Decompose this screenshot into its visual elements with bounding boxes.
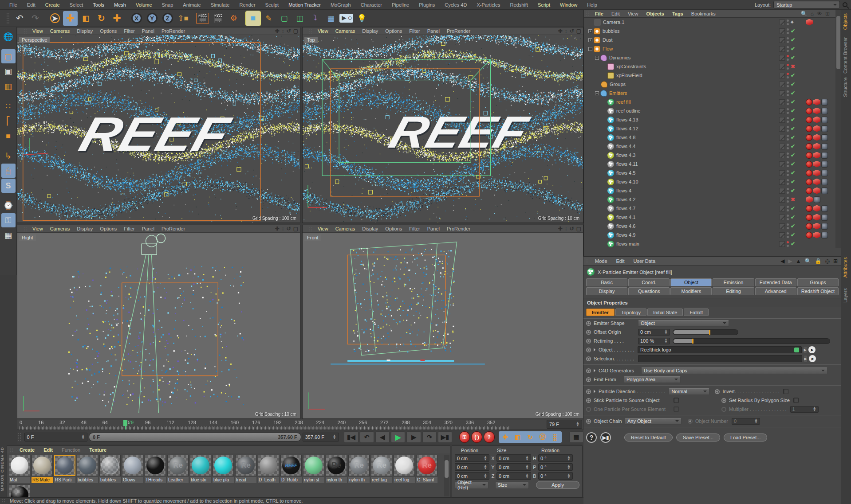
object-row-flows-4-11[interactable]: flows 4.11✔ [584, 160, 841, 168]
object-name[interactable]: Dynamics [609, 55, 630, 60]
render-dot[interactable] [787, 183, 789, 185]
layer-icon[interactable] [779, 64, 785, 70]
set-radius-checkbox[interactable] [793, 398, 799, 403]
maximize-icon[interactable]: ▢ [576, 226, 581, 232]
stepper-icon[interactable]: ▲▼ [813, 406, 816, 412]
stepper-icon[interactable]: ▲▼ [484, 473, 487, 479]
viewport-canvas[interactable] [303, 233, 583, 418]
editor-dot[interactable] [787, 241, 789, 243]
menu-pipeline[interactable]: Pipeline [387, 2, 414, 8]
object-row-reef-fill[interactable]: reef fill✔ [584, 98, 841, 106]
viewport-menu-filter[interactable]: Filter [120, 226, 138, 231]
editor-dot[interactable] [787, 55, 789, 57]
key-scale-toggle[interactable]: ◧ [512, 432, 524, 442]
goto-start-button[interactable]: ▮◀ [344, 431, 358, 443]
editor-dot[interactable] [787, 170, 789, 172]
material-name[interactable]: Leather [167, 477, 189, 483]
lock-workplane-button[interactable]: ⚿ [1, 213, 16, 227]
object-number-field[interactable]: 0▲▼ [732, 418, 760, 425]
subdivision-surface-button[interactable]: ▢ [277, 11, 292, 26]
om-menu-bookmarks[interactable]: Bookmarks [687, 11, 720, 16]
tab-editing[interactable]: Editing [713, 287, 754, 295]
viewport-menu-prorender[interactable]: ProRender [443, 28, 474, 34]
xp-emitter-tag[interactable] [806, 143, 812, 150]
object-row-flows-4-5[interactable]: flows 4.5✔ [584, 168, 841, 177]
visibility-dots[interactable] [787, 215, 789, 220]
redshift-tag[interactable] [813, 117, 820, 123]
layer-icon[interactable] [779, 179, 785, 185]
material-thumbnail[interactable]: Re [235, 455, 256, 476]
animation-dot[interactable] [715, 389, 720, 394]
editor-dot[interactable] [787, 64, 789, 66]
home-icon[interactable]: ⌂ [811, 11, 814, 17]
editor-dot[interactable] [787, 28, 789, 31]
key-position-toggle[interactable]: ✚ [500, 432, 511, 442]
layer-icon[interactable] [779, 232, 785, 238]
disabled-icon[interactable]: ✖ [791, 63, 796, 70]
texture-tag[interactable] [821, 205, 828, 212]
visibility-dots[interactable] [787, 135, 789, 141]
object-row-xpConstraints[interactable]: xpConstraints✖ [584, 62, 841, 71]
save-preset-button[interactable]: Save Preset... [676, 434, 720, 441]
enabled-icon[interactable]: ✔ [791, 170, 796, 176]
rotation-p-field[interactable]: 0 °▲▼ [538, 463, 573, 471]
texture-tag[interactable] [821, 99, 828, 105]
object-name[interactable]: flows 4.1 [616, 215, 635, 220]
retiming-field[interactable]: 100 %▲▼ [638, 338, 670, 344]
position-z-field[interactable]: 0 cm▲▼ [455, 472, 489, 480]
object-row-flows-4-13[interactable]: flows 4.13✔ [584, 115, 841, 124]
xp-emitter-tag[interactable] [806, 232, 812, 238]
material-name[interactable]: D_Leath [258, 477, 279, 483]
texture-tag[interactable] [821, 179, 828, 185]
menu-plugins[interactable]: Plugins [414, 2, 440, 8]
animation-dot[interactable] [721, 398, 726, 403]
layer-icon[interactable] [779, 241, 785, 247]
x-axis-lock[interactable]: X [129, 11, 144, 26]
viewport-menu-view[interactable]: View [314, 226, 332, 231]
snap-button[interactable]: ⌚ [1, 198, 16, 212]
editor-dot[interactable] [787, 197, 789, 199]
zoom-icon[interactable]: ↕ [282, 28, 284, 34]
viewport-menu-panel[interactable]: Panel [424, 226, 443, 231]
layer-icon[interactable] [779, 161, 785, 167]
enabled-icon[interactable]: ✔ [791, 108, 796, 114]
object-name[interactable]: flows 4.7 [616, 206, 635, 211]
render-dot[interactable] [787, 147, 789, 149]
material-name[interactable]: tread [235, 477, 256, 483]
visibility-dots[interactable] [787, 99, 789, 105]
workplane-mode-button[interactable]: ▥ [1, 79, 16, 94]
y-axis-lock[interactable]: Y [145, 11, 159, 26]
om-menu-view[interactable]: View [624, 11, 642, 16]
redshift-tag[interactable] [813, 205, 820, 212]
material-scrollbar[interactable] [444, 455, 449, 496]
zoom-icon[interactable]: ↕ [565, 28, 567, 34]
object-name[interactable]: reef fill [616, 99, 630, 105]
eye-icon[interactable]: 👁 [817, 11, 822, 17]
material-10[interactable]: Retread [235, 455, 256, 483]
tab-modifiers[interactable]: Modifiers [670, 287, 712, 295]
previous-key-button[interactable]: ↶ [360, 431, 374, 443]
stepper-icon[interactable]: ▲▼ [484, 456, 487, 461]
history-back-icon[interactable]: ◀ [780, 258, 784, 264]
layer-icon[interactable] [779, 90, 785, 96]
object-row-bubbles[interactable]: +bubbles✔ [584, 27, 841, 35]
editor-dot[interactable] [787, 188, 789, 190]
coordinate-system-toggle[interactable]: ⇧■ [176, 11, 190, 26]
maximize-icon[interactable]: ▢ [576, 28, 581, 34]
collapse-icon[interactable]: − [595, 91, 599, 95]
subtab-initial-state[interactable]: Initial State [647, 309, 683, 316]
editor-dot[interactable] [787, 223, 789, 226]
menu-sculpt[interactable]: Sculpt [260, 2, 284, 8]
material-thumbnail[interactable] [99, 455, 121, 476]
camera-button[interactable]: ►○ [339, 11, 354, 26]
animation-dot[interactable] [586, 339, 591, 344]
material-menu-create[interactable]: Create [15, 447, 39, 453]
autokey-button[interactable]: ( ) [471, 431, 482, 443]
enabled-icon[interactable]: ✔ [791, 232, 796, 238]
render-dot[interactable] [787, 236, 789, 238]
retiming-slider[interactable] [673, 338, 830, 344]
editor-dot[interactable] [787, 126, 789, 128]
reset-to-default-button[interactable]: Reset to Default [624, 434, 673, 441]
collapse-icon[interactable]: − [595, 56, 599, 60]
invert-checkbox[interactable] [783, 389, 788, 394]
